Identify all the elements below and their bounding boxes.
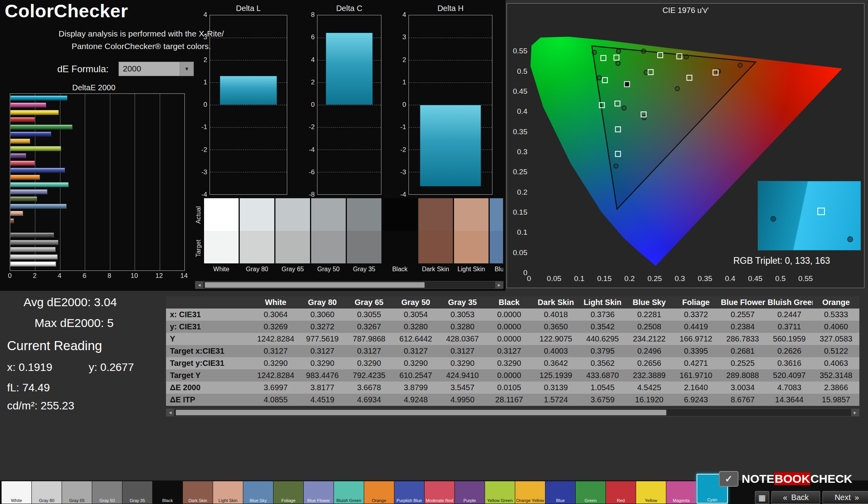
value-cell: 15.9857 [813, 394, 859, 406]
axis-tick-label: 0 [302, 101, 315, 109]
swatch-actual [275, 198, 310, 231]
menu-icon: ▦ [759, 493, 766, 502]
deltae-bar-row [10, 95, 184, 100]
patch-purplish-blue[interactable]: Purplish Blue [394, 481, 424, 504]
patch-label: Orange [364, 498, 394, 503]
patch-dark-skin[interactable]: Dark Skin [183, 481, 213, 504]
deltae-bar-magenta [10, 102, 46, 108]
row-label: Target y:CIE31 [166, 357, 252, 369]
patch-black[interactable]: Black [153, 481, 182, 504]
avg-de2000-stat: Avg dE2000: 3.04 [24, 296, 117, 309]
value-cell: 4.7083 [766, 382, 813, 394]
patch-blue-flower[interactable]: Blue Flower [304, 481, 334, 504]
current-x-value: x: 0.1919 [7, 361, 52, 374]
value-cell: 0.4060 [813, 321, 859, 333]
patch-light-skin[interactable]: Light Skin [213, 481, 243, 504]
swatch-actual [418, 198, 453, 231]
axis-tick-label: 8 [108, 272, 111, 280]
delta-h-chart: Delta H 43210-1-2-3-4 [394, 4, 494, 197]
scroll-right-icon[interactable]: ► [851, 409, 859, 416]
patch-white[interactable]: White [2, 481, 31, 504]
column-header-orange: Orange [813, 296, 859, 309]
patch-blue[interactable]: Blue [545, 481, 575, 504]
value-cell: 0.4003 [532, 345, 579, 357]
patch-label: Blue Sky [243, 498, 273, 503]
table-row--e-2000: ΔE 20003.69973.81773.66783.87993.54570.0… [166, 382, 859, 394]
axis-tick-label: 1 [394, 79, 406, 86]
value-cell: 2.3866 [813, 382, 859, 394]
value-cell: 125.1939 [532, 369, 579, 382]
scroll-left-icon[interactable]: ◄ [166, 409, 174, 416]
patch-label: Light Skin [213, 498, 243, 503]
row-label: ΔE 2000 [166, 382, 252, 394]
axis-tick-label: -3 [394, 168, 406, 176]
deltae-bar-row [10, 131, 184, 137]
deltae-bar-purple [10, 153, 26, 158]
cie-y-axis: 00.050.10.150.20.250.30.350.40.450.50.55 [509, 31, 527, 273]
value-cell: 0.3711 [766, 321, 813, 333]
patch-bluish-green[interactable]: Bluish Green [334, 481, 364, 504]
row-label: ΔE ITP [166, 394, 252, 406]
value-cell: 14.3644 [766, 394, 813, 406]
patch-yellow[interactable]: Yellow [636, 481, 666, 504]
value-cell: 0.5333 [813, 309, 859, 321]
axis-tick-label: 0.4 [509, 107, 527, 116]
patch-orange-yellow[interactable]: Orange Yellow [515, 481, 545, 504]
swatch-gray-35: Gray 35 [347, 198, 381, 275]
swatch-strip-scrollbar[interactable]: ◄ ► [195, 281, 503, 289]
value-cell: 0.3064 [252, 309, 299, 321]
value-cell: 0.2681 [719, 345, 766, 357]
max-de2000-stat: Max dE2000: 5 [35, 316, 114, 330]
value-cell: 3.6678 [346, 382, 392, 394]
delta-l-y-axis: 43210-1-2-3-4 [195, 15, 208, 195]
scrollbar-thumb[interactable] [205, 282, 425, 288]
patch-green[interactable]: Green [576, 481, 605, 504]
swatch-actual [204, 198, 239, 231]
table-scrollbar[interactable]: ◄ ► [166, 409, 859, 416]
deltae-bar-row [10, 139, 184, 144]
value-cell: 433.6870 [579, 369, 626, 382]
patch-label: Yellow Green [485, 498, 515, 503]
swatch-gray-80: Gray 80 [240, 198, 274, 275]
patch-gray-35[interactable]: Gray 35 [122, 481, 152, 504]
axis-tick-label: -2 [195, 146, 207, 154]
patch-moderate-red[interactable]: Moderate Red [425, 481, 454, 504]
patch-gray-50[interactable]: Gray 50 [92, 481, 122, 504]
scroll-left-icon[interactable]: ◄ [195, 281, 203, 289]
value-cell: 0.3127 [486, 345, 532, 357]
patch-foliage[interactable]: Foliage [274, 481, 303, 504]
patch-gray-80[interactable]: Gray 80 [32, 481, 62, 504]
patch-magenta[interactable]: Magenta [666, 481, 696, 504]
axis-tick-label: 0.45 [748, 274, 762, 283]
value-cell: 787.9868 [346, 333, 392, 345]
table-row--e-itp: ΔE ITP4.08554.45194.69344.92484.995028.1… [166, 394, 859, 406]
value-cell: 4.9248 [392, 394, 439, 406]
gridline [210, 127, 287, 128]
scrollbar-thumb[interactable] [176, 410, 666, 415]
gridline [409, 82, 492, 83]
value-cell: 1.5724 [532, 394, 579, 406]
gridline [210, 60, 287, 60]
swatch-black: Black [383, 198, 417, 275]
patch-purple[interactable]: Purple [455, 481, 485, 504]
table-row-target-y: Target Y1242.8284983.4476792.4235610.254… [166, 369, 859, 382]
value-cell: 4.6934 [346, 394, 392, 406]
back-button[interactable]: « Back [771, 491, 820, 504]
value-cell: 0.0000 [486, 321, 532, 333]
patch-gray-65[interactable]: Gray 65 [62, 481, 92, 504]
value-cell: 0.3372 [673, 309, 719, 321]
scroll-right-icon[interactable]: ► [495, 281, 503, 289]
chevron-down-icon[interactable]: ▼ [180, 62, 193, 76]
menu-button[interactable]: ▦ [755, 491, 769, 504]
value-cell: 612.6442 [392, 333, 439, 345]
next-button[interactable]: Next » [822, 491, 868, 504]
patch-red[interactable]: Red [606, 481, 636, 504]
deltae-bar-row [10, 247, 184, 252]
patch-orange[interactable]: Orange [364, 481, 394, 504]
notebookcheck-logo: ✓ NOTEBOOKCHECK [719, 471, 852, 487]
de-formula-dropdown[interactable]: 2000 ▼ [119, 62, 194, 76]
axis-tick-label: 2 [195, 56, 207, 64]
deltae-bar-row [10, 196, 184, 201]
patch-blue-sky[interactable]: Blue Sky [243, 481, 273, 504]
patch-yellow-green[interactable]: Yellow Green [485, 481, 515, 504]
